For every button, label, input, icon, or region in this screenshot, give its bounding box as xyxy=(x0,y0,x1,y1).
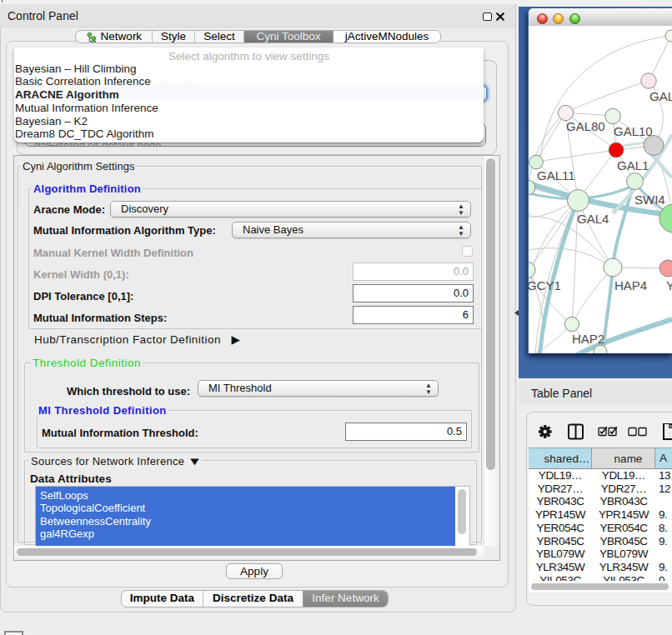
svg-text:SWI4: SWI4 xyxy=(634,192,665,207)
svg-text:GAL10: GAL10 xyxy=(614,124,653,138)
svg-text:GAL1: GAL1 xyxy=(617,158,649,172)
svg-text:GAL11: GAL11 xyxy=(537,168,575,182)
svg-text:HAP2: HAP2 xyxy=(572,332,604,346)
svg-text:GAL4: GAL4 xyxy=(577,212,609,226)
svg-text:YM: YM xyxy=(666,278,672,292)
svg-text:GAL7: GAL7 xyxy=(649,89,672,103)
svg-text:HAP4: HAP4 xyxy=(614,278,647,292)
svg-text:GAL80: GAL80 xyxy=(566,119,605,133)
svg-text:GCY1: GCY1 xyxy=(529,278,561,292)
